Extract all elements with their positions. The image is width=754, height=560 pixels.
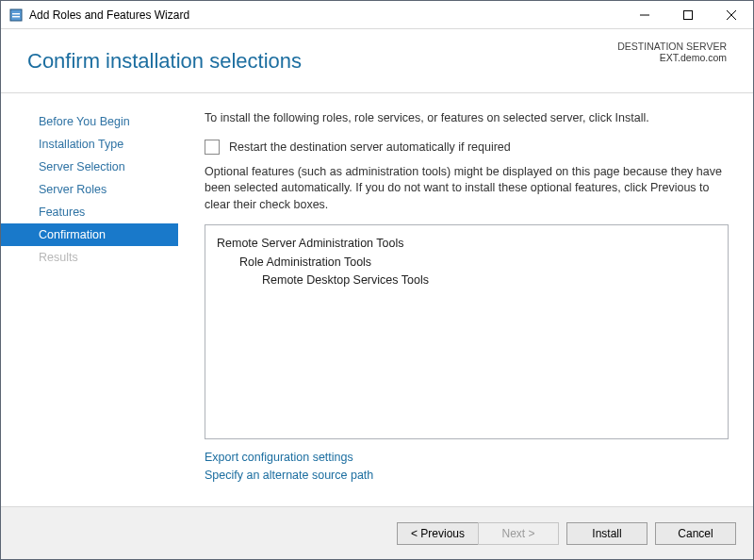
feature-item: Remote Desktop Services Tools [217, 272, 716, 289]
content-area: Before You Begin Installation Type Serve… [1, 93, 753, 506]
optional-features-text: Optional features (such as administratio… [205, 164, 729, 214]
nav-server-roles[interactable]: Server Roles [1, 178, 178, 201]
previous-button[interactable]: < Previous [397, 522, 478, 545]
wizard-icon [8, 8, 24, 23]
svg-rect-2 [12, 16, 20, 17]
svg-rect-4 [684, 10, 693, 19]
nav-button-group: < Previous Next > [397, 522, 559, 545]
cancel-button[interactable]: Cancel [655, 522, 736, 545]
next-button: Next > [478, 522, 559, 545]
close-button[interactable] [710, 1, 753, 29]
nav-features[interactable]: Features [1, 201, 178, 223]
restart-checkbox[interactable] [205, 140, 220, 155]
alternate-source-link[interactable]: Specify an alternate source path [205, 467, 729, 485]
install-button[interactable]: Install [566, 522, 647, 545]
restart-checkbox-label: Restart the destination server automatic… [229, 140, 511, 154]
destination-label: DESTINATION SERVER [617, 41, 727, 52]
nav-confirmation[interactable]: Confirmation [1, 223, 178, 246]
window-title: Add Roles and Features Wizard [29, 8, 189, 22]
page-title: Confirm installation selections [27, 49, 302, 74]
window-controls [623, 1, 753, 29]
maximize-button[interactable] [666, 1, 710, 29]
restart-checkbox-row: Restart the destination server automatic… [205, 140, 729, 155]
destination-server: EXT.demo.com [617, 52, 727, 63]
main-panel: To install the following roles, role ser… [178, 93, 753, 506]
export-settings-link[interactable]: Export configuration settings [205, 449, 729, 467]
nav-server-selection[interactable]: Server Selection [1, 156, 178, 178]
selected-features-box: Remote Server Administration Tools Role … [205, 224, 729, 439]
destination-block: DESTINATION SERVER EXT.demo.com [617, 41, 727, 63]
titlebar: Add Roles and Features Wizard [1, 1, 753, 29]
banner: Confirm installation selections DESTINAT… [1, 29, 753, 93]
feature-item: Remote Server Administration Tools [217, 235, 716, 253]
footer: < Previous Next > Install Cancel [1, 506, 753, 559]
minimize-button[interactable] [623, 1, 666, 29]
instruction-text: To install the following roles, role ser… [205, 110, 729, 126]
links-block: Export configuration settings Specify an… [205, 449, 729, 485]
wizard-nav: Before You Begin Installation Type Serve… [1, 93, 178, 506]
nav-installation-type[interactable]: Installation Type [1, 133, 178, 156]
feature-item: Role Administration Tools [217, 254, 716, 272]
nav-results: Results [1, 246, 178, 269]
svg-rect-0 [10, 9, 22, 21]
nav-before-you-begin[interactable]: Before You Begin [1, 110, 178, 133]
svg-rect-1 [12, 13, 20, 14]
